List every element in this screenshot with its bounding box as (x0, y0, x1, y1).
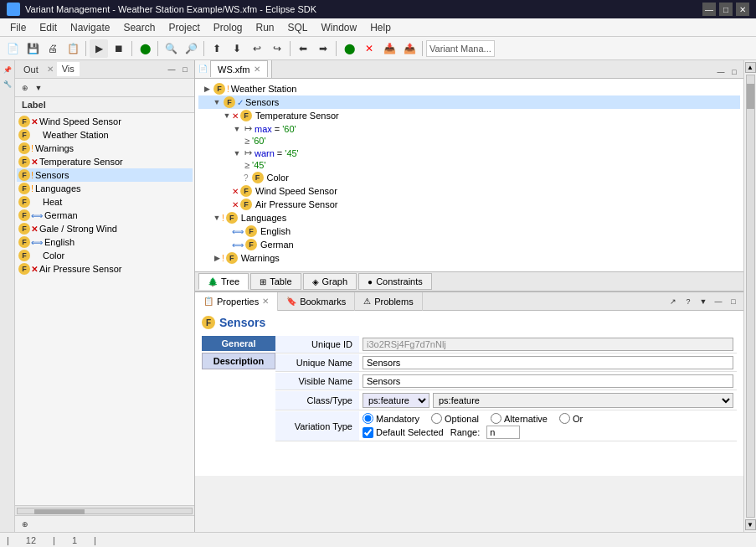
menu-run[interactable]: Run (249, 20, 280, 35)
tab-table[interactable]: ⊞ Table (250, 273, 301, 290)
scroll-track[interactable] (746, 75, 755, 518)
tab-graph[interactable]: ◈ Graph (303, 273, 357, 290)
tree-node[interactable]: ⟺ F English (198, 224, 740, 238)
panel-menu-btn[interactable]: ▼ (697, 295, 710, 308)
tree-node[interactable]: ▶ ! F Warnings (198, 251, 740, 265)
expand-icon[interactable]: ▶ (202, 84, 212, 94)
list-item[interactable]: F ✕ Wind Speed Sensor (17, 115, 193, 128)
menu-prolog[interactable]: Prolog (207, 20, 249, 35)
toolbar-btn-c4[interactable]: 📤 (400, 39, 419, 58)
tree-node[interactable]: ⟺ F German (198, 238, 740, 251)
tree-node[interactable]: ▼ ! F Languages (198, 211, 740, 224)
radio-mandatory[interactable]: Mandatory (363, 413, 419, 424)
variant-label[interactable]: Variant Mana... (426, 40, 495, 57)
tree-node[interactable]: ▼ ↦ max = '60' (198, 122, 740, 135)
class-type-right-select[interactable]: ps:feature (433, 393, 733, 408)
sidebar-add-btn[interactable]: ⊕ (18, 81, 32, 95)
visible-name-input[interactable] (363, 374, 733, 388)
list-item[interactable]: F Color (17, 249, 193, 262)
list-item[interactable]: F ✕ Gale / Strong Wind (17, 222, 193, 235)
list-item[interactable]: F Heat (17, 195, 193, 209)
scroll-up-btn[interactable]: ▲ (745, 62, 756, 73)
checkbox-default-input[interactable] (363, 427, 373, 438)
maximize-button[interactable]: □ (719, 3, 733, 16)
tree-node[interactable]: ▼ F ✓ Sensors (198, 95, 740, 109)
sidebar-bottom-btn[interactable]: ⊕ (18, 518, 32, 531)
tree-node[interactable]: ▶ F ! Weather Station (198, 82, 740, 95)
toolbar-btn-c3[interactable]: 📥 (380, 39, 399, 58)
menu-help[interactable]: Help (363, 20, 398, 35)
toolbar-btn-b2[interactable]: ➡ (314, 39, 332, 58)
tree-node[interactable]: ✕ F Air Pressure Sensor (198, 198, 740, 211)
toolbar-btn-a1[interactable]: ⬆ (208, 39, 226, 58)
panel-help-btn[interactable]: ? (681, 295, 695, 308)
expand-icon[interactable] (232, 173, 242, 183)
list-item[interactable]: F ✕ Temperature Sensor (17, 155, 193, 168)
sidebar-pin[interactable]: 📌 (2, 64, 13, 75)
radio-optional-input[interactable] (431, 413, 442, 424)
editor-min[interactable]: — (715, 66, 727, 78)
search-btn-2[interactable]: 🔎 (182, 39, 200, 58)
panel-max[interactable]: □ (727, 295, 740, 308)
panel-tab-bookmarks[interactable]: 🔖 Bookmarks (278, 292, 355, 311)
expand-icon[interactable]: ▼ (232, 148, 242, 158)
menu-navigate[interactable]: Navigate (64, 20, 116, 35)
menu-project[interactable]: Project (162, 20, 206, 35)
editor-max[interactable]: □ (728, 66, 740, 78)
list-item[interactable]: F Weather Station (17, 128, 193, 142)
expand-icon[interactable] (222, 186, 232, 196)
toolbar-btn-a3[interactable]: ↩ (248, 39, 266, 58)
range-input[interactable] (486, 426, 520, 439)
editor-tab-ws[interactable]: WS.xfm ✕ (210, 60, 268, 77)
run-button[interactable]: ▶ (90, 39, 108, 58)
expand-icon[interactable]: ▼ (212, 213, 222, 223)
panel-tab-problems[interactable]: ⚠ Problems (355, 292, 422, 311)
toolbar-btn-a2[interactable]: ⬇ (228, 39, 246, 58)
scrollbar-track[interactable] (17, 508, 193, 514)
tree-node[interactable]: ≥ '45' (198, 159, 740, 171)
properties-tab-close[interactable]: ✕ (262, 297, 269, 306)
sidebar-min[interactable]: — (166, 64, 177, 75)
sidebar-tab-out-close[interactable]: ✕ (47, 65, 54, 74)
toolbar-btn-c1[interactable]: ⬤ (340, 39, 358, 58)
toolbar-btn-b1[interactable]: ⬅ (294, 39, 312, 58)
radio-or[interactable]: Or (559, 413, 583, 424)
sidebar-max[interactable]: □ (179, 64, 191, 75)
list-item[interactable]: F ! Warnings (17, 142, 193, 155)
sidebar-tab-vis[interactable]: Vis (57, 62, 80, 76)
list-item[interactable]: F ! Languages (17, 182, 193, 195)
new-button[interactable]: 📄 (3, 39, 22, 58)
minimize-button[interactable]: — (702, 3, 716, 16)
class-type-left-select[interactable]: ps:feature (363, 393, 429, 408)
tree-node[interactable]: ≥ '60' (198, 135, 740, 147)
description-tab[interactable]: Description (202, 353, 275, 369)
tree-node[interactable]: ? F Color (198, 171, 740, 184)
tree-node[interactable]: ▼ ↦ warn = '45' (198, 147, 740, 159)
list-item[interactable]: F ✕ Air Pressure Sensor (17, 262, 193, 276)
tab-close-icon[interactable]: ✕ (254, 65, 260, 74)
stop-button[interactable]: ⏹ (110, 39, 128, 58)
menu-search[interactable]: Search (116, 20, 162, 35)
tree-node[interactable]: ▼ ✕ F Temperature Sensor (198, 109, 740, 122)
radio-mandatory-input[interactable] (363, 413, 373, 424)
tree-node[interactable]: ✕ F Wind Speed Sensor (198, 184, 740, 198)
unique-name-input[interactable] (363, 356, 733, 369)
radio-alternative[interactable]: Alternative (491, 413, 548, 424)
radio-or-input[interactable] (559, 413, 570, 424)
list-item[interactable]: F ! Sensors (17, 168, 193, 182)
expand-icon[interactable]: ▼ (222, 111, 232, 121)
radio-alternative-input[interactable] (491, 413, 501, 424)
radio-optional[interactable]: Optional (431, 413, 479, 424)
menu-window[interactable]: Window (315, 20, 364, 35)
tab-tree[interactable]: 🌲 Tree (198, 273, 249, 290)
toolbar-btn-green[interactable]: ⬤ (136, 39, 154, 58)
sidebar-filter-btn[interactable]: ▼ (32, 81, 45, 95)
toolbar-btn-a4[interactable]: ↪ (268, 39, 286, 58)
save-button[interactable]: 💾 (23, 39, 42, 58)
sidebar-tab-out[interactable]: Out (18, 63, 44, 76)
print-button[interactable]: 🖨 (44, 39, 62, 58)
expand-icon[interactable] (222, 240, 232, 250)
expand-icon[interactable]: ▼ (212, 97, 222, 107)
expand-icon[interactable] (222, 226, 232, 236)
panel-external-btn[interactable]: ↗ (666, 295, 680, 308)
